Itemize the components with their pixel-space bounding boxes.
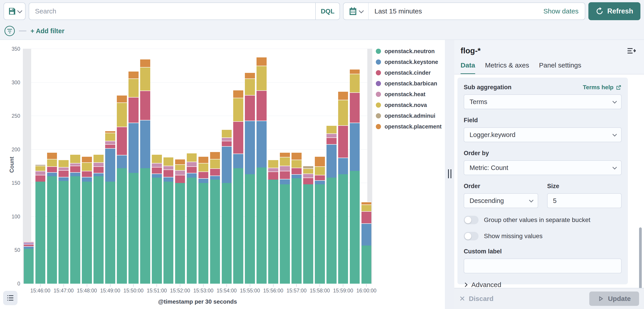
bar-segment-openstack.cinder[interactable] bbox=[222, 141, 232, 146]
bar-segment-openstack.nova[interactable] bbox=[233, 98, 243, 121]
bar-segment-openstack.neutron[interactable] bbox=[292, 178, 302, 284]
bar-segment-openstack.nova[interactable] bbox=[350, 74, 360, 92]
bar-segment-openstack.cinder[interactable] bbox=[233, 121, 243, 154]
legend-item[interactable]: openstack.keystone bbox=[376, 56, 443, 67]
bar-segment-openstack.heat[interactable] bbox=[164, 166, 174, 170]
bar-segment-openstack.neutron[interactable] bbox=[105, 182, 115, 284]
bar-segment-openstack.cinder[interactable] bbox=[152, 167, 162, 174]
order-select[interactable]: Descending bbox=[464, 193, 538, 208]
bar-segment-openstack.neutron[interactable] bbox=[222, 183, 232, 284]
bar-segment-openstack.nova[interactable] bbox=[326, 125, 336, 134]
bar-segment-openstack.cinder[interactable] bbox=[82, 171, 92, 177]
group-other-values-toggle-row[interactable]: Group other values in separate bucket bbox=[464, 216, 622, 224]
bar-segment-openstack.nova[interactable] bbox=[362, 204, 372, 211]
bar-segment-openstack.cinder[interactable] bbox=[350, 92, 360, 123]
bar-segment-openstack.placement[interactable] bbox=[105, 131, 115, 133]
field-select[interactable]: Logger.keyword bbox=[464, 127, 622, 142]
bar-segment-openstack.cinder[interactable] bbox=[105, 144, 115, 148]
bar-segment-openstack.placement[interactable] bbox=[362, 202, 372, 204]
search-input[interactable]: Search bbox=[29, 2, 315, 20]
bar-segment-openstack.neutron[interactable] bbox=[175, 183, 185, 284]
bar-segment-openstack.keystone[interactable] bbox=[222, 146, 232, 183]
bar-segment-openstack.neutron[interactable] bbox=[70, 176, 80, 284]
bar-segment-openstack.heat[interactable] bbox=[152, 163, 162, 167]
bar-segment-openstack.neutron[interactable] bbox=[94, 176, 104, 284]
bar-segment-openstack.heat[interactable] bbox=[187, 162, 197, 166]
bar-segment-openstack.cinder[interactable] bbox=[315, 175, 325, 180]
bar-segment-openstack.placement[interactable] bbox=[82, 156, 92, 162]
refresh-button[interactable]: Refresh bbox=[588, 2, 640, 20]
bar-segment-openstack.neutron[interactable] bbox=[82, 182, 92, 284]
bar-segment-openstack.cinder[interactable] bbox=[36, 175, 46, 182]
bar-segment-openstack.nova[interactable] bbox=[210, 159, 220, 168]
bar-segment-openstack.nova[interactable] bbox=[338, 100, 348, 125]
bar-segment-openstack.keystone[interactable] bbox=[245, 121, 255, 174]
bar-segment-openstack.nova[interactable] bbox=[268, 160, 278, 168]
tab-data[interactable]: Data bbox=[460, 62, 475, 74]
bar-segment-openstack.nova[interactable] bbox=[105, 133, 115, 141]
bar-segment-openstack.cinder[interactable] bbox=[128, 97, 138, 123]
bar-segment-openstack.heat[interactable] bbox=[280, 166, 290, 171]
bar-segment-openstack.nova[interactable] bbox=[58, 160, 68, 167]
bar-segment-openstack.keystone[interactable] bbox=[128, 123, 138, 173]
bar-segment-openstack.keystone[interactable] bbox=[140, 120, 150, 168]
bar-segment-openstack.keystone[interactable] bbox=[210, 176, 220, 180]
bar-segment-openstack.nova[interactable] bbox=[256, 66, 266, 90]
add-filter-link[interactable]: + Add filter bbox=[30, 27, 64, 35]
bar-segment-openstack.keystone[interactable] bbox=[256, 121, 266, 168]
toggle-switch[interactable] bbox=[464, 216, 478, 224]
bar-segment-openstack.neutron[interactable] bbox=[303, 184, 313, 284]
bar-segment-openstack.cinder[interactable] bbox=[326, 138, 336, 144]
bar-segment-openstack.nova[interactable] bbox=[117, 102, 127, 127]
save-query-button[interactable] bbox=[4, 2, 26, 20]
bar-segment-openstack.cinder[interactable] bbox=[198, 172, 208, 178]
bar-segment-openstack.heat[interactable] bbox=[94, 162, 104, 166]
bar-segment-openstack.nova[interactable] bbox=[140, 67, 150, 90]
legend-item[interactable]: openstack.cinder bbox=[376, 67, 443, 78]
bar-segment-openstack.placement[interactable] bbox=[350, 69, 360, 74]
bar-segment-openstack.keystone[interactable] bbox=[152, 174, 162, 178]
bar-segment-openstack.nova[interactable] bbox=[82, 162, 92, 171]
dql-language-button[interactable]: DQL bbox=[315, 2, 340, 20]
bar-segment-openstack.neutron[interactable] bbox=[350, 171, 360, 284]
bar-segment-openstack.cinder[interactable] bbox=[175, 175, 185, 183]
show-missing-values-toggle-row[interactable]: Show missing values bbox=[464, 232, 622, 240]
bar-segment-openstack.placement[interactable] bbox=[117, 95, 127, 102]
bar-segment-openstack.neutron[interactable] bbox=[187, 178, 197, 284]
bar-segment-openstack.placement[interactable] bbox=[315, 156, 325, 166]
bar-segment-openstack.cinder[interactable] bbox=[187, 166, 197, 173]
bar-segment-openstack.nova[interactable] bbox=[187, 153, 197, 162]
bar-segment-openstack.neutron[interactable] bbox=[198, 183, 208, 284]
tab-panel-settings[interactable]: Panel settings bbox=[539, 62, 581, 74]
bar-segment-openstack.nova[interactable] bbox=[292, 160, 302, 168]
bar-segment-openstack.neutron[interactable] bbox=[128, 173, 138, 284]
legend-item[interactable]: openstack.adminui bbox=[376, 110, 443, 121]
bar-segment-openstack.heat[interactable] bbox=[303, 174, 313, 178]
bar-segment-openstack.keystone[interactable] bbox=[350, 123, 360, 171]
bar-segment-openstack.keystone[interactable] bbox=[338, 158, 348, 174]
bar-segment-openstack.cinder[interactable] bbox=[117, 127, 127, 155]
bar-segment-openstack.keystone[interactable] bbox=[105, 148, 115, 182]
toggle-switch[interactable] bbox=[464, 232, 478, 240]
bar-segment-openstack.placement[interactable] bbox=[280, 152, 290, 157]
bar-segment-openstack.neutron[interactable] bbox=[245, 174, 255, 284]
bar-segment-openstack.placement[interactable] bbox=[256, 57, 266, 66]
collapse-panel-button[interactable] bbox=[627, 46, 636, 55]
bar-segment-openstack.placement[interactable] bbox=[140, 59, 150, 67]
legend-item[interactable]: openstack.neutron bbox=[376, 46, 443, 56]
bar-segment-openstack.nova[interactable] bbox=[198, 163, 208, 172]
bar-segment-openstack.keystone[interactable] bbox=[117, 155, 127, 168]
bar-segment-openstack.cinder[interactable] bbox=[94, 166, 104, 173]
bar-segment-openstack.nova[interactable] bbox=[303, 168, 313, 174]
bar-segment-openstack.neutron[interactable] bbox=[24, 249, 34, 284]
bar-segment-openstack.nova[interactable] bbox=[128, 78, 138, 97]
custom-label-input[interactable] bbox=[464, 258, 622, 273]
bar-segment-openstack.nova[interactable] bbox=[315, 166, 325, 175]
bar-segment-openstack.keystone[interactable] bbox=[58, 177, 68, 181]
bar-segment-openstack.cinder[interactable] bbox=[210, 168, 220, 176]
legend-item[interactable]: openstack.barbican bbox=[376, 78, 443, 89]
legend-toggle-button[interactable] bbox=[3, 291, 18, 305]
bar-segment-openstack.cinder[interactable] bbox=[164, 170, 174, 177]
bar-segment-openstack.placement[interactable] bbox=[210, 152, 220, 159]
bar-segment-openstack.heat[interactable] bbox=[36, 171, 46, 175]
